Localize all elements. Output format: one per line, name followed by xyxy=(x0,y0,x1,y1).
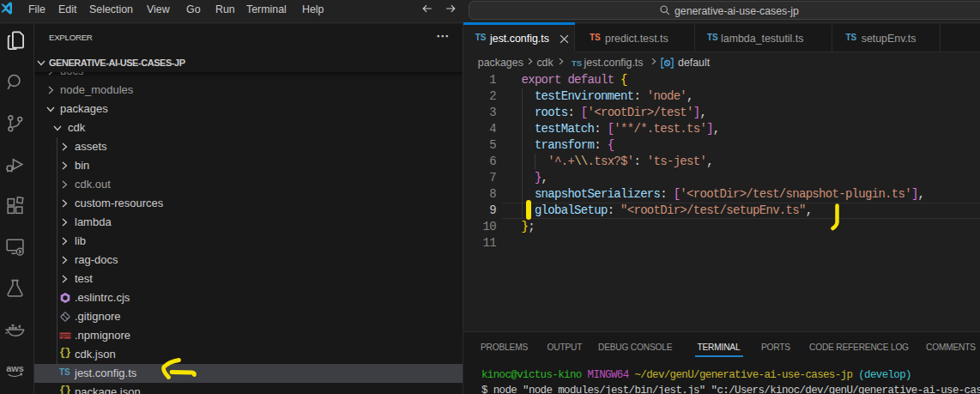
svg-text:aws: aws xyxy=(6,363,24,373)
svg-text:npm: npm xyxy=(59,332,71,339)
